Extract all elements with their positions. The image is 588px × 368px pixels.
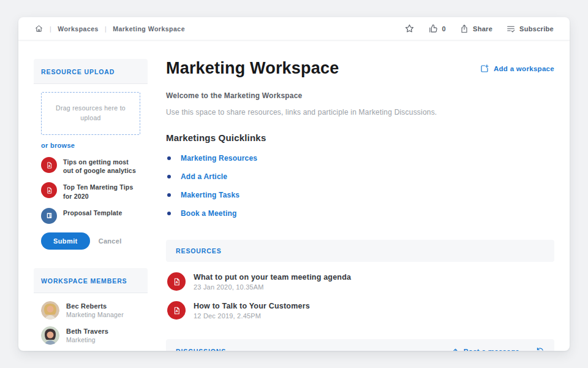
description-text: Use this space to share resources, links… [166, 108, 554, 117]
resource-row[interactable]: A How to Talk to Your Customers 12 Dec 2… [167, 301, 553, 320]
resource-date: 12 Dec 2019, 2.45PM [194, 312, 310, 320]
word-file-icon [41, 208, 57, 224]
resource-name: How to Talk to Your Customers [194, 302, 310, 310]
bullet-icon [167, 193, 171, 197]
pdf-file-icon: A [167, 272, 186, 291]
pdf-file-icon: A [167, 301, 186, 320]
share-label: Share [473, 25, 492, 33]
resource-name: What to put on your team meeting agenda [194, 273, 351, 282]
resources-band: RESOURCES [166, 240, 554, 262]
submit-row: Submit Cancel [41, 232, 140, 250]
svg-text:A: A [48, 190, 50, 193]
resource-upload-header: RESOURCE UPLOAD [34, 59, 148, 84]
quicklinks-title: Marketings Quicklinks [166, 132, 554, 143]
submit-button[interactable]: Submit [41, 232, 90, 250]
quicklink: Marketing Resources [181, 154, 257, 163]
upload-dropzone[interactable]: Drag resources here to upload [41, 92, 140, 135]
pdf-file-icon: A [41, 157, 57, 173]
upload-file-row[interactable]: A Tips on getting most out of google ana… [41, 157, 140, 175]
member-row[interactable]: Beth Travers Marketing [41, 326, 140, 345]
share-button[interactable]: Share [459, 24, 492, 34]
resource-date: 23 Jan 2020, 10.35AM [194, 283, 351, 291]
bullet-icon [167, 175, 171, 178]
breadcrumb-separator: | [105, 25, 107, 33]
bullet-icon [167, 156, 171, 160]
workspace-members-panel: WORKSPACE MEMBERS Bec Reberts Marketing … [34, 268, 148, 351]
star-icon[interactable] [404, 23, 415, 34]
page-title: Marketing Workspace [166, 59, 339, 78]
upload-file-row[interactable]: Proposal Template [41, 208, 140, 224]
title-row: Marketing Workspace Add a workspace [166, 59, 554, 78]
resource-upload-title: RESOURCE UPLOAD [41, 68, 115, 75]
resource-upload-panel: RESOURCE UPLOAD Drag resources here to u… [34, 59, 148, 256]
file-name: Top Ten Mareting Tips for 2020 [63, 182, 140, 200]
home-icon[interactable] [34, 24, 43, 33]
discussions-band: DISCUSSIONS Post a message [166, 339, 554, 351]
resources-title: RESOURCES [176, 247, 222, 255]
breadcrumb-current[interactable]: Marketing Workspace [113, 25, 185, 33]
avatar [41, 301, 59, 320]
add-workspace-button[interactable]: Add a workspace [480, 64, 554, 74]
member-name: Beth Travers [66, 328, 108, 335]
workspace-window: | Workspaces | Marketing Workspace 0 Sha… [18, 17, 570, 351]
browse-link[interactable]: or browse [41, 142, 75, 149]
topbar-actions: 0 Share Subscribe [404, 23, 554, 34]
quicklink-row[interactable]: Makerting Tasks [166, 186, 554, 204]
quicklink-row[interactable]: Book a Meeting [166, 204, 554, 223]
discussions-title: DISCUSSIONS [176, 348, 226, 351]
quicklink: Book a Meeting [181, 209, 236, 218]
workspace-members-title: WORKSPACE MEMBERS [41, 277, 127, 285]
breadcrumb: | Workspaces | Marketing Workspace [34, 24, 185, 33]
bullet-icon [167, 212, 171, 215]
member-role: Marketing [66, 336, 108, 343]
workspace-members-header: WORKSPACE MEMBERS [34, 268, 148, 293]
quicklinks-list: Marketing Resources Add a Article Makert… [166, 149, 554, 223]
dropzone-text: Drag resources here to upload [50, 104, 131, 123]
thumbs-up-icon [428, 23, 439, 34]
resource-row[interactable]: A What to put on your team meeting agend… [167, 272, 553, 291]
welcome-text: Welcome to the Marketing Workspace [166, 91, 554, 100]
sidebar: RESOURCE UPLOAD Drag resources here to u… [34, 59, 148, 351]
quicklink-row[interactable]: Add a Article [166, 167, 554, 186]
cancel-button[interactable]: Cancel [99, 237, 122, 245]
file-name: Proposal Template [63, 208, 123, 217]
workspace-members-body: Bec Reberts Marketing Manager Beth Trave… [34, 293, 148, 351]
quicklink: Makerting Tasks [181, 191, 239, 199]
svg-text:A: A [175, 280, 178, 284]
file-name: Tips on getting most out of google analy… [63, 157, 140, 175]
add-workspace-label: Add a workspace [494, 65, 554, 72]
quicklink-row[interactable]: Marketing Resources [166, 149, 554, 167]
add-workspace-icon [480, 64, 489, 74]
share-icon [459, 24, 469, 34]
member-row[interactable]: Bec Reberts Marketing Manager [41, 301, 140, 320]
quicklink: Add a Article [181, 172, 227, 181]
post-message-button[interactable]: Post a message [450, 347, 519, 351]
main-content: Marketing Workspace Add a workspace Welc… [166, 59, 554, 351]
like-button[interactable]: 0 [428, 23, 446, 34]
resource-list: A What to put on your team meeting agend… [166, 262, 554, 331]
upload-file-row[interactable]: A Top Ten Mareting Tips for 2020 [41, 182, 140, 200]
breadcrumb-workspaces[interactable]: Workspaces [58, 25, 99, 33]
breadcrumb-separator: | [50, 25, 51, 33]
pdf-file-icon: A [41, 182, 57, 198]
resource-upload-body: Drag resources here to upload or browse … [34, 84, 148, 256]
post-message-label: Post a message [464, 348, 519, 351]
svg-text:A: A [175, 309, 178, 313]
refresh-icon[interactable] [535, 347, 545, 351]
subscribe-icon [506, 24, 516, 34]
member-role: Marketing Manager [66, 311, 124, 318]
like-count: 0 [442, 25, 446, 33]
svg-text:A: A [48, 164, 50, 167]
topbar: | Workspaces | Marketing Workspace 0 Sha… [18, 17, 570, 40]
subscribe-button[interactable]: Subscribe [506, 24, 554, 34]
pencil-icon [450, 347, 459, 351]
avatar [41, 326, 59, 345]
subscribe-label: Subscribe [519, 25, 554, 33]
content: RESOURCE UPLOAD Drag resources here to u… [18, 40, 570, 351]
member-name: Bec Reberts [66, 302, 124, 310]
discussions-actions: Post a message [450, 347, 545, 351]
